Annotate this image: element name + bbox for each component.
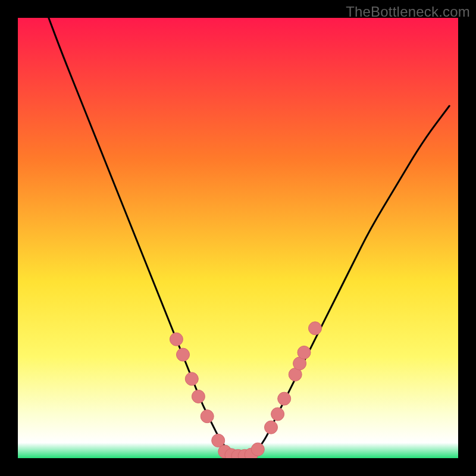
curve-marker: [177, 348, 190, 361]
curve-marker: [278, 392, 291, 405]
curve-marker: [185, 372, 198, 386]
curve-marker: [309, 322, 322, 335]
curve-marker: [271, 408, 284, 421]
curve-marker: [251, 443, 264, 456]
curve-marker: [192, 390, 205, 403]
bottleneck-plot: [18, 18, 458, 458]
chart-frame: [18, 18, 458, 458]
watermark-text: TheBottleneck.com: [346, 4, 470, 20]
curve-marker: [170, 333, 183, 346]
curve-marker: [201, 410, 214, 423]
curve-marker: [265, 421, 278, 434]
curve-marker: [298, 346, 311, 359]
gradient-background: [18, 18, 458, 458]
